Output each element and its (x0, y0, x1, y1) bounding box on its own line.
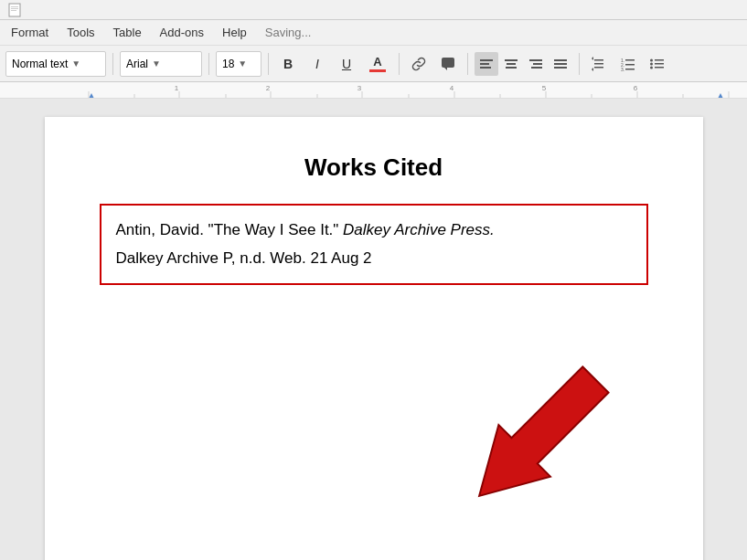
font-color-letter: A (373, 55, 381, 69)
saving-status: Saving... (265, 26, 312, 39)
svg-rect-20 (594, 67, 603, 69)
svg-rect-6 (480, 59, 493, 61)
bullet-list-button[interactable] (645, 51, 670, 77)
svg-rect-18 (594, 59, 603, 61)
line-spacing-button[interactable] (586, 51, 612, 77)
svg-point-29 (650, 58, 653, 61)
font-dropdown[interactable]: Arial ▼ (120, 51, 202, 77)
svg-rect-15 (554, 59, 567, 61)
menu-help[interactable]: Help (215, 22, 254, 43)
separator-6 (579, 53, 580, 75)
toolbar: Normal text ▼ Arial ▼ 18 ▼ B I U A (0, 46, 747, 82)
svg-rect-13 (533, 63, 542, 65)
italic-button[interactable]: I (304, 51, 330, 77)
font-color-bar (369, 69, 386, 72)
svg-rect-14 (531, 67, 542, 69)
svg-rect-12 (529, 59, 542, 61)
align-left-button[interactable] (475, 52, 498, 76)
svg-rect-30 (655, 59, 664, 61)
link-button[interactable] (406, 51, 432, 77)
svg-text:2: 2 (266, 84, 271, 92)
svg-rect-32 (655, 63, 664, 65)
citation-line-2: Dalkey Archive P, n.d. Web. 21 Aug 2 (116, 245, 632, 273)
align-right-button[interactable] (524, 52, 548, 76)
svg-rect-10 (507, 63, 516, 65)
menu-table[interactable]: Table (106, 22, 149, 43)
style-dropdown[interactable]: Normal text ▼ (5, 51, 106, 77)
menu-bar: Format Tools Table Add-ons Help Saving..… (0, 20, 747, 46)
align-justify-button[interactable] (549, 52, 572, 76)
svg-rect-4 (442, 58, 454, 68)
arrow-annotation (429, 291, 685, 546)
svg-text:4: 4 (450, 84, 454, 92)
svg-marker-21 (592, 57, 593, 60)
svg-rect-9 (505, 59, 518, 61)
svg-rect-28 (625, 69, 635, 70)
svg-text:3: 3 (357, 84, 362, 92)
style-dropdown-value: Normal text (12, 58, 68, 70)
svg-point-31 (650, 62, 653, 65)
separator-4 (399, 53, 400, 75)
numbered-list-button[interactable]: 1.2.3. (615, 51, 641, 77)
svg-point-33 (650, 66, 653, 69)
svg-marker-22 (592, 68, 593, 71)
menu-tools[interactable]: Tools (59, 22, 101, 43)
svg-text:6: 6 (634, 84, 638, 92)
style-dropdown-arrow: ▼ (71, 58, 80, 69)
separator-2 (208, 53, 209, 75)
font-color-button[interactable]: A (363, 51, 392, 77)
svg-rect-26 (625, 64, 635, 66)
size-dropdown-value: 18 (222, 58, 234, 70)
svg-marker-5 (444, 68, 447, 70)
align-center-button[interactable] (499, 52, 523, 76)
citation-box: Antin, David. "The Way I See It." Dalkey… (100, 204, 648, 285)
page: Works Cited Antin, David. "The Way I See… (45, 117, 703, 560)
menu-format[interactable]: Format (4, 22, 56, 43)
menu-addons[interactable]: Add-ons (153, 22, 211, 43)
svg-rect-1 (11, 6, 18, 7)
svg-rect-3 (11, 10, 16, 11)
svg-rect-17 (554, 67, 567, 69)
svg-rect-24 (625, 59, 635, 61)
svg-rect-2 (11, 8, 18, 9)
separator-3 (268, 53, 269, 75)
document-title: Works Cited (100, 153, 648, 182)
size-dropdown[interactable]: 18 ▼ (216, 51, 261, 77)
separator-5 (467, 53, 468, 75)
separator-1 (112, 53, 113, 75)
bold-button[interactable]: B (275, 51, 301, 77)
document-area: Works Cited Antin, David. "The Way I See… (0, 99, 747, 560)
svg-rect-7 (480, 63, 489, 65)
ruler: 1 2 3 4 5 6 (0, 82, 747, 99)
underline-button[interactable]: U (334, 51, 359, 77)
svg-marker-59 (453, 354, 621, 522)
citation-line1-plain: Antin, David. "The Way I See It." (116, 221, 344, 238)
svg-text:3.: 3. (621, 67, 624, 72)
citation-line1-italic: Dalkey Archive Press. (343, 221, 495, 238)
font-dropdown-arrow: ▼ (152, 58, 161, 69)
svg-rect-11 (506, 67, 517, 69)
svg-text:5: 5 (542, 84, 547, 92)
svg-text:1: 1 (175, 84, 179, 92)
font-dropdown-value: Arial (126, 58, 148, 70)
title-bar (0, 0, 747, 20)
comment-button[interactable] (435, 51, 461, 77)
size-dropdown-arrow: ▼ (238, 58, 247, 69)
citation-line-1: Antin, David. "The Way I See It." Dalkey… (116, 217, 632, 245)
doc-icon (7, 3, 22, 17)
svg-rect-16 (554, 63, 567, 65)
svg-rect-34 (655, 67, 664, 69)
align-buttons (475, 52, 572, 76)
svg-rect-19 (594, 63, 603, 65)
svg-rect-8 (480, 67, 491, 69)
